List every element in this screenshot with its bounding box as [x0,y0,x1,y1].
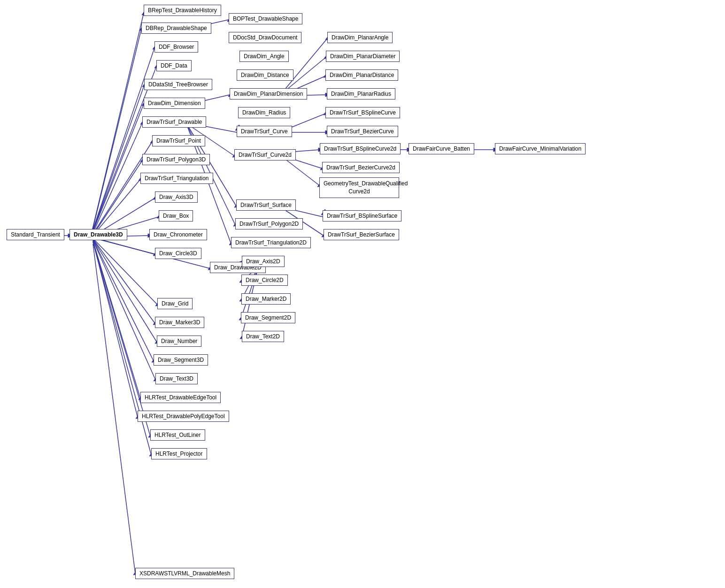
node-Draw-Circle3D[interactable]: Draw_Circle3D [155,248,201,259]
node-HLRTest-DrawableEdgeTool[interactable]: HLRTest_DrawableEdgeTool [140,392,221,403]
node-DrawTrSurf-BezierCurve2d[interactable]: DrawTrSurf_BezierCurve2d [322,162,400,173]
node-DrawTrSurf-Drawable[interactable]: DrawTrSurf_Drawable [142,116,206,128]
node-Standard-Transient[interactable]: Standard_Transient [7,229,64,240]
node-HLRTest-DrawablePolyEdgeTool[interactable]: HLRTest_DrawablePolyEdgeTool [138,411,229,422]
svg-line-76 [283,157,319,185]
node-DrawDim-PlanarDiameter[interactable]: DrawDim_PlanarDiameter [326,51,400,62]
svg-line-4 [93,29,141,230]
node-DrawTrSurf-BSplineCurve2d[interactable]: DrawTrSurf_BSplineCurve2d [320,143,401,154]
node-DrawDim-Angle[interactable]: DrawDim_Angle [239,51,289,62]
node-BRepTest-DrawableHistory[interactable]: BRepTest_DrawableHistory [144,5,221,16]
node-GeometryTest-DrawableQualifiedCurve2d[interactable]: GeometryTest_DrawableQualified Curve2d [319,177,399,198]
node-DrawDim-Dimension[interactable]: DrawDim_Dimension [144,98,205,109]
node-DrawDim-PlanarRadius[interactable]: DrawDim_PlanarRadius [327,88,395,99]
svg-line-40 [93,240,155,380]
node-Draw-Box[interactable]: Draw_Box [159,210,193,221]
svg-line-8 [93,67,156,231]
node-HLRTest-OutLiner[interactable]: HLRTest_OutLiner [150,429,205,441]
node-Draw-Axis2D[interactable]: Draw_Axis2D [242,256,285,267]
node-BOPTest-DrawableShape[interactable]: BOPTest_DrawableShape [229,13,302,24]
node-DrawTrSurf-Polygon3D[interactable]: DrawTrSurf_Polygon3D [142,154,210,165]
svg-line-46 [93,242,150,436]
node-DrawDim-Distance[interactable]: DrawDim_Distance [237,69,293,81]
node-Draw-Text2D[interactable]: Draw_Text2D [242,331,284,342]
node-DrawDim-PlanarDistance[interactable]: DrawDim_PlanarDistance [325,69,398,81]
node-DrawTrSurf-Surface[interactable]: DrawTrSurf_Surface [236,199,296,211]
svg-line-18 [93,160,142,235]
svg-line-38 [93,240,154,361]
svg-line-10 [93,85,144,232]
node-DrawFairCurve-MinimalVariation[interactable]: DrawFairCurve_MinimalVariation [495,143,586,154]
node-Draw-Marker2D[interactable]: Draw_Marker2D [241,293,291,305]
svg-line-56 [283,38,327,92]
node-Draw-Marker3D[interactable]: Draw_Marker3D [155,317,204,328]
node-Draw-Axis3D[interactable]: Draw_Axis3D [155,191,198,203]
svg-line-12 [93,104,144,233]
node-DrawTrSurf-BSplineCurve[interactable]: DrawTrSurf_BSplineCurve [325,107,400,118]
svg-line-6 [93,48,154,231]
node-DBRep-DrawableShape[interactable]: DBRep_DrawableShape [141,23,211,34]
node-DrawTrSurf-BezierCurve[interactable]: DrawTrSurf_BezierCurve [327,126,398,137]
diagram-container: BRepTest_DrawableHistory DBRep_DrawableS… [0,0,725,588]
node-DrawTrSurf-Triangulation[interactable]: DrawTrSurf_Triangulation [140,173,213,184]
node-XSDRAWSTLVRML-DrawableMesh[interactable]: XSDRAWSTLVRML_DrawableMesh [135,568,234,579]
node-Draw-Chronometer[interactable]: Draw_Chronometer [149,229,207,240]
node-Draw-Grid[interactable]: Draw_Grid [157,298,193,309]
svg-line-36 [93,239,157,342]
node-DrawTrSurf-Triangulation2D[interactable]: DrawTrSurf_Triangulation2D [231,237,311,248]
svg-line-42 [93,241,140,398]
svg-line-44 [93,241,138,417]
node-DrawTrSurf-Point[interactable]: DrawTrSurf_Point [152,135,205,146]
node-DrawFairCurve-Batten[interactable]: DrawFairCurve_Batten [409,143,474,154]
node-DrawDim-PlanarDimension[interactable]: DrawDim_PlanarDimension [230,88,307,99]
node-DDF-Browser[interactable]: DDF_Browser [154,41,198,53]
node-DrawTrSurf-BezierSurface[interactable]: DrawTrSurf_BezierSurface [324,229,399,240]
node-DrawDim-PlanarAngle[interactable]: DrawDim_PlanarAngle [327,32,393,43]
svg-line-2 [93,13,144,229]
node-DrawTrSurf-Curve[interactable]: DrawTrSurf_Curve [237,126,292,137]
node-DrawTrSurf-BSplineSurface[interactable]: DrawTrSurf_BSplineSurface [323,210,401,221]
node-Draw-Segment2D[interactable]: Draw_Segment2D [241,312,295,323]
svg-line-32 [93,238,157,305]
node-Draw-Text3D[interactable]: Draw_Text3D [155,373,198,384]
node-DDataStd-TreeBrowser[interactable]: DDataStd_TreeBrowser [144,79,212,90]
node-Draw-Number[interactable]: Draw_Number [157,336,201,347]
svg-line-20 [93,179,140,236]
svg-line-48 [93,242,151,455]
node-HLRTest-Projector[interactable]: HLRTest_Projector [151,448,207,459]
node-DDocStd-DrawDocument[interactable]: DDocStd_DrawDocument [229,32,301,43]
node-Draw-Circle2D[interactable]: Draw_Circle2D [241,275,288,286]
node-DrawDim-Radius[interactable]: DrawDim_Radius [238,107,290,118]
node-DrawTrSurf-Polygon2D[interactable]: DrawTrSurf_Polygon2D [235,218,303,229]
node-Draw-Segment3D[interactable]: Draw_Segment3D [154,354,208,366]
svg-line-50 [93,244,135,573]
node-DrawTrSurf-Curve2d[interactable]: DrawTrSurf_Curve2d [234,149,296,160]
node-Draw-Drawable3D[interactable]: Draw_Drawable3D [69,229,127,240]
svg-line-14 [93,123,142,234]
svg-line-34 [93,239,155,323]
node-DDF-Data[interactable]: DDF_Data [156,60,192,71]
